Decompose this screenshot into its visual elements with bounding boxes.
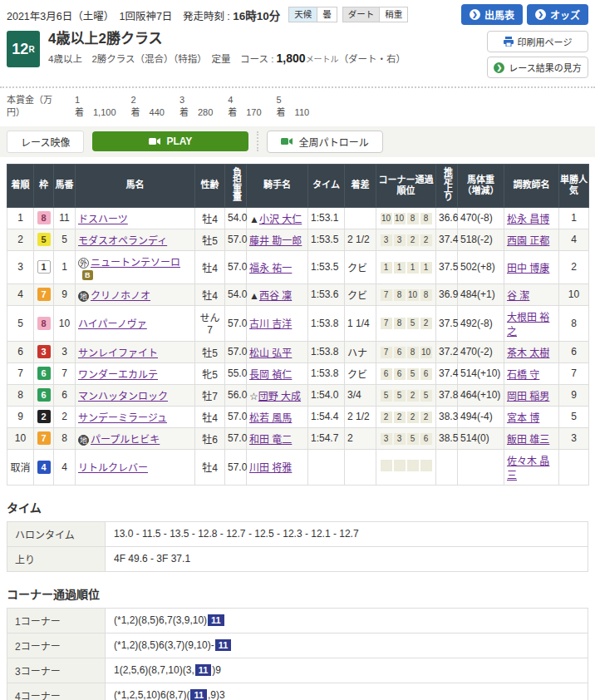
jockey-link[interactable]: 松若 風馬 [249,412,292,424]
jockey-link[interactable]: 松山 弘平 [249,348,292,359]
jockey-link[interactable]: 長岡 禎仁 [249,369,292,381]
horse-link[interactable]: ドスハーツ [78,214,128,225]
entries-button[interactable]: ❯出馬表 [461,4,523,25]
carried-weight: 54.0 [225,207,247,229]
jockey-link[interactable]: 川田 将雅 [249,462,292,474]
horse-link[interactable]: クリノホノオ [91,290,150,302]
finish-time: 1:53.1 [308,207,345,229]
patrol-video-button[interactable]: 全周パトロール [267,131,382,153]
frame-cell: 8 [34,207,54,229]
trainer-link[interactable]: 西園 正都 [507,235,549,247]
time-section-heading: タイム [7,499,588,515]
body-weight: 464(+10) [458,384,504,406]
jockey-cell: ☆団野 大成 [247,384,308,406]
horse-link[interactable]: パープルヒビキ [91,434,160,446]
jockey-link[interactable]: 団野 大成 [258,391,301,402]
corner-pass-badge: 5 [407,318,419,329]
last-3f: 37.8 [436,384,458,406]
corner-pass-badge: 2 [420,318,432,329]
camera-icon [149,137,161,145]
horse-link[interactable]: サンデーミラージュ [78,412,167,424]
jockey-link[interactable]: 小沢 大仁 [259,214,302,225]
jockey-cell: 長岡 禎仁 [247,362,308,384]
trainer-link[interactable]: 佐々木 晶三 [507,456,549,481]
jockey-cell: 福永 祐一 [247,250,308,283]
frame-cell: 6 [34,384,54,406]
horse-link[interactable]: マンハッタンロック [78,391,168,402]
play-button[interactable]: PLAY [92,131,248,151]
result-row: 1811ドスハーツ牡454.0▲小沢 大仁1:53.110108836.6470… [7,207,589,229]
corner-pass-badge: 1 [394,262,406,274]
corner-pass-badge: 5 [381,390,392,402]
trainer-link[interactable]: 茶木 太樹 [507,348,549,359]
last-3f: 37.4 [436,229,458,250]
horse-number: 8 [54,427,76,449]
horse-mark: 外 [78,258,89,269]
corner-order-table: 1コーナー (*1,2)(8,5)6,7(3,9,10)11 2コーナー (*1… [7,608,588,700]
corner-pass-badge: 6 [394,347,406,358]
margin: 2 1/2 [345,406,376,427]
jockey-link[interactable]: 藤井 勘一郎 [249,235,302,247]
print-page-button[interactable]: 印刷用ページ [487,31,588,52]
corner-order-value: 1(2,5,6)(8,7,10)(3,11)9 [106,658,588,683]
winner-number-badge: 11 [190,689,207,700]
col-last-3f: 推定上り [436,164,458,207]
finish-position: 7 [7,362,34,384]
body-weight: 514(+10) [458,362,504,384]
trainer-cell: 谷 潔 [504,283,559,305]
trainer-link[interactable]: 谷 潔 [507,290,529,302]
trainer-cell: 松永 昌博 [504,207,559,229]
jockey-cell: 古川 吉洋 [247,305,308,341]
trainer-link[interactable]: 松永 昌博 [507,214,549,225]
horse-link[interactable]: ニュートンテソーロ [91,257,180,269]
jockey-link[interactable]: 古川 吉洋 [249,318,292,330]
start-time: 16時10分 [233,10,280,22]
table-row: 2コーナー (*1,2)(8,5)6(3,7)(9,10)-11 [7,633,588,658]
horse-number: 4 [54,449,76,485]
horse-link[interactable]: ワンダーエカルテ [78,369,158,381]
corner-label: 1コーナー [7,608,106,633]
trainer-cell: 石橋 守 [504,362,559,384]
lap-time-table: ハロンタイム 13.0 - 11.5 - 13.5 - 12.8 - 12.7 … [7,521,588,572]
col-body-weight: 馬体重（増減） [458,164,504,207]
trainer-link[interactable]: 大根田 裕之 [507,312,549,338]
odds-button[interactable]: ❯オッズ [527,4,588,25]
col-win-popularity: 単勝人気 [559,164,589,207]
jockey-link[interactable]: 和田 竜二 [249,434,292,446]
body-weight: 484(+1) [458,283,504,305]
win-popularity: 1 [559,207,589,229]
horse-link[interactable]: モダスオペランディ [78,235,167,247]
trainer-cell: 宮本 博 [504,406,559,427]
corner-pass-badge: 5 [420,390,432,402]
results-guide-button[interactable]: ❯レース結果の見方 [487,57,588,78]
winner-number-badge: 11 [215,639,232,651]
carried-weight: 57.0 [225,250,247,283]
trainer-link[interactable]: 石橋 守 [507,369,539,381]
trainer-link[interactable]: 田中 博康 [507,263,549,274]
corner-orders: 76810 [376,341,436,362]
trainer-link[interactable]: 飯田 雄三 [507,434,549,446]
arrow-circle-icon: ❯ [494,62,504,73]
trainer-link[interactable]: 宮本 博 [507,412,539,424]
prize-money-row: 本賞金（万円） 1着 1,100 2着 440 3着 280 4着 170 5着… [0,88,595,125]
horse-link[interactable]: サンレイファイト [78,348,158,359]
horse-link[interactable]: ハイパーノヴァ [78,318,147,330]
carried-weight: 55.0 [225,362,247,384]
frame-cell: 3 [34,341,54,362]
video-bar: レース映像 PLAY 全周パトロール [0,126,595,157]
jockey-link[interactable]: 福永 祐一 [249,263,292,274]
horse-link[interactable]: リトルクレバー [78,462,148,474]
jockey-link[interactable]: 西谷 凜 [259,290,292,302]
trainer-cell: 茶木 太樹 [504,341,559,362]
corner-pass-badge: 6 [420,368,432,380]
finish-position: 2 [7,229,34,250]
col-finish-position: 着順 [7,164,34,207]
frame-badge: 8 [37,317,51,330]
trainer-link[interactable]: 岡田 稲男 [507,391,549,402]
last-3f: 37.5 [436,305,458,341]
last-lap-value: 4F 49.6 - 3F 37.1 [106,546,588,571]
trainer-cell: 大根田 裕之 [504,305,559,341]
corner-orders: 101088 [376,207,436,229]
corner-orders: 6656 [376,362,436,384]
results-tbody: 1811ドスハーツ牡454.0▲小沢 大仁1:53.110108836.6470… [7,207,589,485]
